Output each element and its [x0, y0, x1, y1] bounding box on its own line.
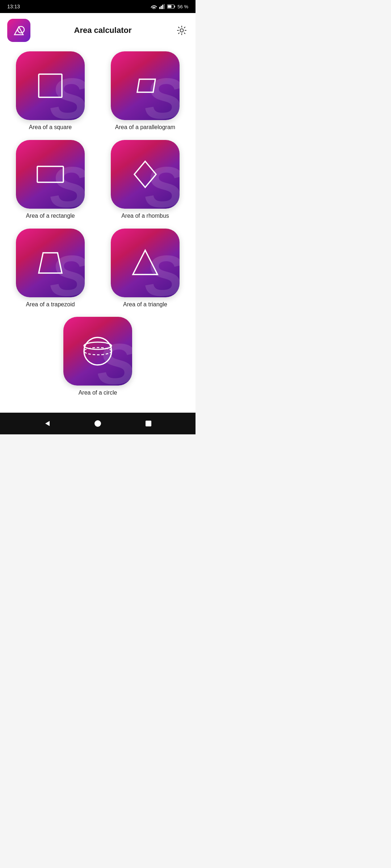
rectangle-shape — [32, 156, 68, 192]
battery-text: 56 % — [177, 4, 188, 9]
rhombus-label: Area of a rhombus — [121, 212, 169, 220]
triangle-icon-bg — [111, 229, 180, 297]
wifi-icon — [151, 4, 157, 9]
page-title: Area calculator — [36, 26, 169, 35]
rhombus-icon-bg — [111, 140, 180, 209]
square-icon-bg — [16, 51, 85, 120]
svg-rect-2 — [162, 5, 163, 9]
parallelogram-item[interactable]: Area of a parallelogram — [102, 51, 188, 131]
back-button[interactable] — [41, 417, 54, 430]
parallelogram-icon-bg — [111, 51, 180, 120]
home-button[interactable] — [91, 417, 104, 430]
svg-marker-19 — [45, 421, 50, 426]
triangle-label: Area of a triangle — [123, 301, 167, 309]
square-label: Area of a square — [29, 124, 72, 131]
square-item[interactable]: Area of a square — [7, 51, 93, 131]
recent-button[interactable] — [142, 417, 155, 430]
circle-icon-bg — [63, 317, 132, 386]
svg-rect-3 — [164, 4, 165, 9]
svg-marker-15 — [133, 250, 157, 275]
trapezoid-label: Area of a trapezoid — [26, 301, 75, 309]
circle-row: Area of a circle — [7, 317, 188, 397]
triangle-shape — [127, 245, 163, 281]
home-icon — [94, 420, 102, 427]
bottom-navigation — [0, 413, 196, 434]
parallelogram-label: Area of a parallelogram — [115, 124, 175, 131]
svg-rect-5 — [168, 5, 172, 8]
svg-marker-7 — [14, 27, 23, 35]
trapezoid-item[interactable]: Area of a trapezoid — [7, 229, 93, 309]
rectangle-icon-bg — [16, 140, 85, 209]
main-content: Area of a square Area of a parallelogram… — [0, 48, 196, 413]
trapezoid-shape — [32, 245, 68, 281]
battery-icon — [167, 4, 175, 9]
rectangle-item[interactable]: Area of a rectangle — [7, 140, 93, 220]
app-header: Area calculator — [0, 13, 196, 48]
circle-item[interactable]: Area of a circle — [63, 317, 132, 397]
rhombus-shape — [127, 156, 163, 192]
svg-rect-6 — [175, 6, 175, 8]
status-time: 13:13 — [7, 4, 20, 9]
svg-point-9 — [180, 29, 184, 32]
svg-point-16 — [84, 337, 112, 365]
svg-rect-12 — [37, 166, 63, 182]
svg-point-8 — [18, 26, 24, 33]
svg-rect-1 — [161, 6, 162, 9]
status-bar: 13:13 56 % — [0, 0, 196, 13]
shapes-grid: Area of a square Area of a parallelogram… — [7, 51, 188, 308]
gear-icon — [177, 25, 187, 35]
svg-point-20 — [94, 420, 101, 427]
svg-rect-10 — [39, 74, 62, 97]
back-icon — [43, 420, 51, 427]
svg-marker-11 — [137, 79, 155, 92]
settings-button[interactable] — [175, 24, 188, 37]
trapezoid-icon-bg — [16, 229, 85, 297]
app-logo — [7, 19, 30, 42]
rhombus-item[interactable]: Area of a rhombus — [102, 140, 188, 220]
recent-icon — [145, 420, 152, 427]
rectangle-label: Area of a rectangle — [26, 212, 75, 220]
svg-marker-13 — [134, 161, 156, 187]
svg-marker-14 — [39, 253, 62, 273]
triangle-item[interactable]: Area of a triangle — [102, 229, 188, 309]
square-shape — [32, 68, 68, 104]
circle-shape — [78, 331, 118, 371]
svg-rect-0 — [159, 7, 160, 9]
signal-icon — [159, 4, 165, 9]
circle-label: Area of a circle — [79, 389, 117, 397]
status-icons: 56 % — [151, 4, 188, 9]
logo-icon — [12, 23, 26, 38]
parallelogram-shape — [127, 68, 163, 104]
svg-rect-21 — [146, 421, 151, 426]
